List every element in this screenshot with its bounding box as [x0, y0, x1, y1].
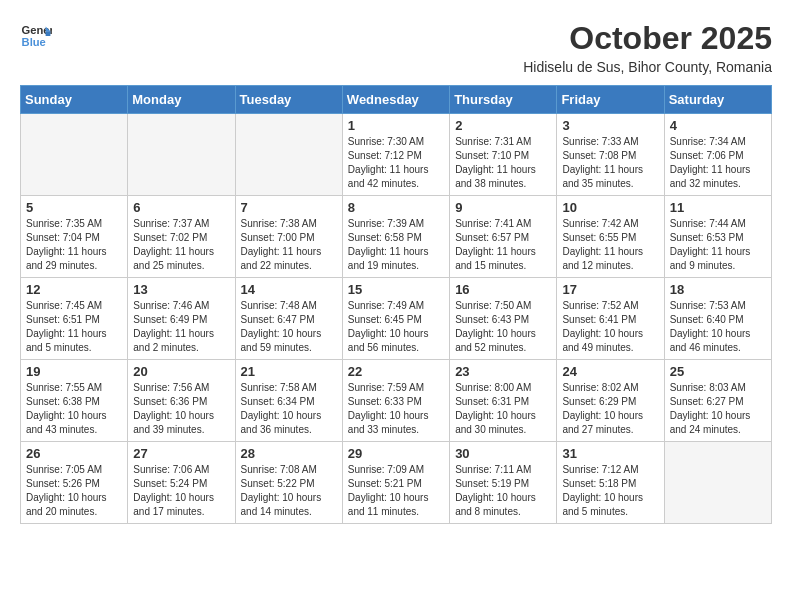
calendar-cell: 22Sunrise: 7:59 AM Sunset: 6:33 PM Dayli…	[342, 360, 449, 442]
calendar-cell	[235, 114, 342, 196]
day-info: Sunrise: 7:53 AM Sunset: 6:40 PM Dayligh…	[670, 299, 766, 355]
calendar-cell: 11Sunrise: 7:44 AM Sunset: 6:53 PM Dayli…	[664, 196, 771, 278]
month-title: October 2025	[523, 20, 772, 57]
day-number: 14	[241, 282, 337, 297]
logo: General Blue	[20, 20, 52, 52]
calendar-week-row: 5Sunrise: 7:35 AM Sunset: 7:04 PM Daylig…	[21, 196, 772, 278]
day-number: 18	[670, 282, 766, 297]
day-info: Sunrise: 8:00 AM Sunset: 6:31 PM Dayligh…	[455, 381, 551, 437]
calendar-cell: 14Sunrise: 7:48 AM Sunset: 6:47 PM Dayli…	[235, 278, 342, 360]
day-number: 23	[455, 364, 551, 379]
weekday-header-wednesday: Wednesday	[342, 86, 449, 114]
calendar-cell: 20Sunrise: 7:56 AM Sunset: 6:36 PM Dayli…	[128, 360, 235, 442]
calendar-cell: 16Sunrise: 7:50 AM Sunset: 6:43 PM Dayli…	[450, 278, 557, 360]
day-info: Sunrise: 7:41 AM Sunset: 6:57 PM Dayligh…	[455, 217, 551, 273]
day-number: 1	[348, 118, 444, 133]
title-block: October 2025 Hidiselu de Sus, Bihor Coun…	[523, 20, 772, 75]
calendar-cell: 6Sunrise: 7:37 AM Sunset: 7:02 PM Daylig…	[128, 196, 235, 278]
day-info: Sunrise: 7:33 AM Sunset: 7:08 PM Dayligh…	[562, 135, 658, 191]
calendar-cell: 21Sunrise: 7:58 AM Sunset: 6:34 PM Dayli…	[235, 360, 342, 442]
calendar-cell: 3Sunrise: 7:33 AM Sunset: 7:08 PM Daylig…	[557, 114, 664, 196]
calendar-cell: 28Sunrise: 7:08 AM Sunset: 5:22 PM Dayli…	[235, 442, 342, 524]
day-number: 28	[241, 446, 337, 461]
calendar-cell: 4Sunrise: 7:34 AM Sunset: 7:06 PM Daylig…	[664, 114, 771, 196]
day-info: Sunrise: 7:49 AM Sunset: 6:45 PM Dayligh…	[348, 299, 444, 355]
location-title: Hidiselu de Sus, Bihor County, Romania	[523, 59, 772, 75]
day-number: 16	[455, 282, 551, 297]
calendar-week-row: 26Sunrise: 7:05 AM Sunset: 5:26 PM Dayli…	[21, 442, 772, 524]
calendar-cell: 27Sunrise: 7:06 AM Sunset: 5:24 PM Dayli…	[128, 442, 235, 524]
day-info: Sunrise: 8:03 AM Sunset: 6:27 PM Dayligh…	[670, 381, 766, 437]
weekday-header-saturday: Saturday	[664, 86, 771, 114]
day-number: 22	[348, 364, 444, 379]
day-number: 11	[670, 200, 766, 215]
day-info: Sunrise: 7:34 AM Sunset: 7:06 PM Dayligh…	[670, 135, 766, 191]
calendar-cell: 30Sunrise: 7:11 AM Sunset: 5:19 PM Dayli…	[450, 442, 557, 524]
day-number: 7	[241, 200, 337, 215]
day-info: Sunrise: 7:11 AM Sunset: 5:19 PM Dayligh…	[455, 463, 551, 519]
day-number: 24	[562, 364, 658, 379]
calendar-cell: 15Sunrise: 7:49 AM Sunset: 6:45 PM Dayli…	[342, 278, 449, 360]
day-info: Sunrise: 7:58 AM Sunset: 6:34 PM Dayligh…	[241, 381, 337, 437]
day-info: Sunrise: 7:52 AM Sunset: 6:41 PM Dayligh…	[562, 299, 658, 355]
weekday-header-monday: Monday	[128, 86, 235, 114]
day-number: 31	[562, 446, 658, 461]
day-number: 26	[26, 446, 122, 461]
calendar-cell: 18Sunrise: 7:53 AM Sunset: 6:40 PM Dayli…	[664, 278, 771, 360]
day-number: 9	[455, 200, 551, 215]
day-info: Sunrise: 7:09 AM Sunset: 5:21 PM Dayligh…	[348, 463, 444, 519]
day-info: Sunrise: 8:02 AM Sunset: 6:29 PM Dayligh…	[562, 381, 658, 437]
calendar-table: SundayMondayTuesdayWednesdayThursdayFrid…	[20, 85, 772, 524]
calendar-cell	[664, 442, 771, 524]
day-number: 12	[26, 282, 122, 297]
calendar-cell: 19Sunrise: 7:55 AM Sunset: 6:38 PM Dayli…	[21, 360, 128, 442]
day-info: Sunrise: 7:59 AM Sunset: 6:33 PM Dayligh…	[348, 381, 444, 437]
calendar-cell: 13Sunrise: 7:46 AM Sunset: 6:49 PM Dayli…	[128, 278, 235, 360]
day-number: 15	[348, 282, 444, 297]
calendar-cell: 5Sunrise: 7:35 AM Sunset: 7:04 PM Daylig…	[21, 196, 128, 278]
day-info: Sunrise: 7:38 AM Sunset: 7:00 PM Dayligh…	[241, 217, 337, 273]
day-number: 6	[133, 200, 229, 215]
day-info: Sunrise: 7:08 AM Sunset: 5:22 PM Dayligh…	[241, 463, 337, 519]
day-number: 21	[241, 364, 337, 379]
day-number: 29	[348, 446, 444, 461]
svg-marker-3	[46, 31, 51, 36]
svg-text:Blue: Blue	[22, 36, 46, 48]
calendar-cell: 9Sunrise: 7:41 AM Sunset: 6:57 PM Daylig…	[450, 196, 557, 278]
calendar-cell: 8Sunrise: 7:39 AM Sunset: 6:58 PM Daylig…	[342, 196, 449, 278]
logo-icon: General Blue	[20, 20, 52, 52]
day-info: Sunrise: 7:55 AM Sunset: 6:38 PM Dayligh…	[26, 381, 122, 437]
calendar-cell: 26Sunrise: 7:05 AM Sunset: 5:26 PM Dayli…	[21, 442, 128, 524]
calendar-cell: 7Sunrise: 7:38 AM Sunset: 7:00 PM Daylig…	[235, 196, 342, 278]
day-number: 20	[133, 364, 229, 379]
calendar-cell: 29Sunrise: 7:09 AM Sunset: 5:21 PM Dayli…	[342, 442, 449, 524]
calendar-cell: 23Sunrise: 8:00 AM Sunset: 6:31 PM Dayli…	[450, 360, 557, 442]
weekday-header-sunday: Sunday	[21, 86, 128, 114]
calendar-week-row: 19Sunrise: 7:55 AM Sunset: 6:38 PM Dayli…	[21, 360, 772, 442]
day-info: Sunrise: 7:45 AM Sunset: 6:51 PM Dayligh…	[26, 299, 122, 355]
day-info: Sunrise: 7:30 AM Sunset: 7:12 PM Dayligh…	[348, 135, 444, 191]
day-info: Sunrise: 7:12 AM Sunset: 5:18 PM Dayligh…	[562, 463, 658, 519]
day-number: 25	[670, 364, 766, 379]
day-number: 17	[562, 282, 658, 297]
calendar-cell: 25Sunrise: 8:03 AM Sunset: 6:27 PM Dayli…	[664, 360, 771, 442]
calendar-cell	[21, 114, 128, 196]
day-info: Sunrise: 7:44 AM Sunset: 6:53 PM Dayligh…	[670, 217, 766, 273]
day-info: Sunrise: 7:42 AM Sunset: 6:55 PM Dayligh…	[562, 217, 658, 273]
weekday-header-tuesday: Tuesday	[235, 86, 342, 114]
day-number: 8	[348, 200, 444, 215]
day-info: Sunrise: 7:31 AM Sunset: 7:10 PM Dayligh…	[455, 135, 551, 191]
calendar-cell: 12Sunrise: 7:45 AM Sunset: 6:51 PM Dayli…	[21, 278, 128, 360]
day-number: 19	[26, 364, 122, 379]
calendar-cell: 17Sunrise: 7:52 AM Sunset: 6:41 PM Dayli…	[557, 278, 664, 360]
day-info: Sunrise: 7:39 AM Sunset: 6:58 PM Dayligh…	[348, 217, 444, 273]
day-info: Sunrise: 7:50 AM Sunset: 6:43 PM Dayligh…	[455, 299, 551, 355]
weekday-header-friday: Friday	[557, 86, 664, 114]
header: General Blue October 2025 Hidiselu de Su…	[20, 20, 772, 75]
day-number: 3	[562, 118, 658, 133]
day-info: Sunrise: 7:06 AM Sunset: 5:24 PM Dayligh…	[133, 463, 229, 519]
day-info: Sunrise: 7:46 AM Sunset: 6:49 PM Dayligh…	[133, 299, 229, 355]
calendar-cell: 2Sunrise: 7:31 AM Sunset: 7:10 PM Daylig…	[450, 114, 557, 196]
weekday-header-row: SundayMondayTuesdayWednesdayThursdayFrid…	[21, 86, 772, 114]
calendar-week-row: 12Sunrise: 7:45 AM Sunset: 6:51 PM Dayli…	[21, 278, 772, 360]
